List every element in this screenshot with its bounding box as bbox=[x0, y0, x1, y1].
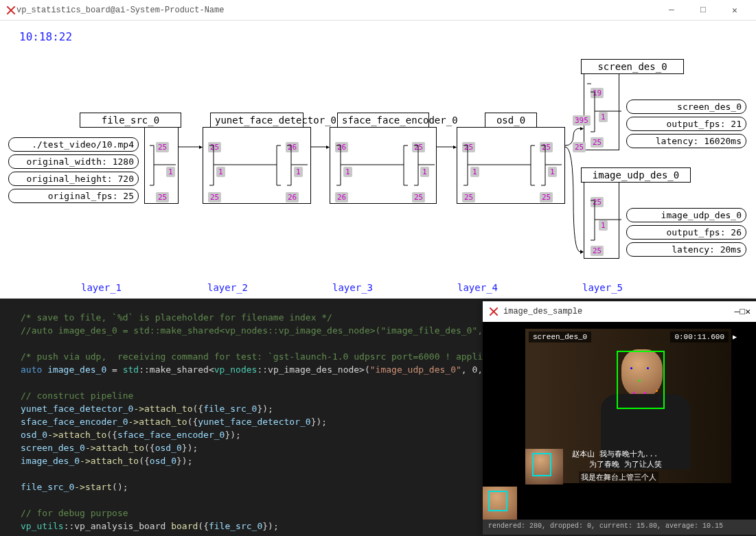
minimize-button[interactable]: — bbox=[656, 0, 687, 21]
fps-badge: 26 bbox=[335, 192, 348, 202]
layer-label: layer_3 bbox=[332, 282, 373, 293]
maximize-button[interactable]: □ bbox=[740, 307, 745, 317]
fps-badge: 25 bbox=[412, 142, 425, 152]
app-icon bbox=[5, 5, 16, 16]
preview-window: image_des_sample — □ ✕ screen_des_0 0:00… bbox=[483, 301, 756, 535]
osd-source-label: screen_des_0 bbox=[529, 331, 591, 342]
prop-row: latency: 16020ms bbox=[626, 134, 746, 148]
prop-row: latency: 20ms bbox=[626, 242, 746, 257]
fps-badge: 25 bbox=[208, 142, 221, 152]
image-udp-props: image_udp_des_0 output_fps: 26 latency: … bbox=[626, 208, 746, 259]
osd-time: 0:00:11.600 bbox=[670, 331, 729, 342]
play-icon: ▶ bbox=[733, 333, 737, 341]
node-title: screen_des_0 bbox=[581, 59, 684, 74]
pip-face bbox=[525, 449, 563, 485]
fps-badge: 19 bbox=[591, 88, 604, 98]
count-badge: 1 bbox=[294, 167, 303, 177]
fps-badge: 25 bbox=[462, 192, 475, 202]
prop-row: output_fps: 21 bbox=[626, 117, 746, 131]
count-badge: 1 bbox=[166, 167, 175, 177]
preview-statusbar: rendered: 280, dropped: 0, current: 15.8… bbox=[483, 520, 756, 535]
node-title: sface_face_encoder_0 bbox=[337, 113, 429, 128]
node-title: image_udp_des_0 bbox=[581, 167, 691, 183]
fps-badge: 25 bbox=[591, 246, 604, 256]
close-button[interactable]: ✕ bbox=[745, 306, 751, 317]
prop-row: output_fps: 26 bbox=[626, 225, 746, 240]
layer-label: layer_5 bbox=[582, 282, 623, 293]
fps-badge: 25 bbox=[591, 197, 604, 207]
fps-badge: 25 bbox=[573, 142, 586, 152]
prop-row: image_udp_des_0 bbox=[626, 208, 746, 222]
count-badge: 1 bbox=[420, 167, 429, 177]
node-title: yunet_face_detector_0 bbox=[210, 113, 303, 128]
fps-badge: 25 bbox=[462, 142, 475, 152]
app-icon bbox=[488, 306, 499, 317]
subtitle-row: 我是在舞台上管三个人 bbox=[579, 471, 658, 483]
board-timestamp: 10:18:22 bbox=[19, 30, 72, 43]
fps-badge: 26 bbox=[286, 192, 299, 202]
count-badge: 1 bbox=[470, 167, 479, 177]
subtitle-row: 为了春晚 为了让人笑 bbox=[589, 459, 662, 469]
prop-row: ./test_video/10.mp4 bbox=[8, 137, 139, 152]
fps-badge: 25 bbox=[540, 142, 553, 152]
count-badge: 1 bbox=[343, 167, 352, 177]
close-button[interactable]: ✕ bbox=[719, 0, 751, 21]
preview-title: image_des_sample bbox=[503, 307, 735, 316]
count-badge: 1 bbox=[216, 167, 225, 177]
window-title: vp_statistics_board@ai-System-Product-Na… bbox=[16, 5, 656, 15]
screen-des-props: screen_des_0 output_fps: 21 latency: 160… bbox=[626, 100, 746, 151]
thumbnail bbox=[483, 487, 517, 520]
layer-label: layer_1 bbox=[81, 282, 122, 293]
fps-badge: 25 bbox=[540, 192, 553, 202]
maximize-button[interactable]: □ bbox=[687, 0, 719, 21]
prop-row: original_width: 1280 bbox=[8, 154, 139, 169]
main-titlebar: vp_statistics_board@ai-System-Product-Na… bbox=[0, 0, 756, 21]
minimize-button[interactable]: — bbox=[735, 307, 740, 317]
fps-badge: 25 bbox=[156, 142, 169, 152]
prop-row: original_height: 720 bbox=[8, 172, 139, 186]
fps-badge: 25 bbox=[591, 137, 604, 148]
preview-titlebar: image_des_sample — □ ✕ bbox=[483, 301, 756, 322]
prop-row: screen_des_0 bbox=[626, 100, 746, 114]
face-detect-box bbox=[617, 351, 665, 409]
fps-badge: 25 bbox=[208, 192, 221, 202]
pipeline-board: 10:18:22 ./test_video/10.mp4 original_wi… bbox=[0, 21, 756, 299]
video-frame: screen_des_0 0:00:11.600 ▶ 赵本山 我与春晚十九...… bbox=[483, 322, 756, 520]
layer-label: layer_2 bbox=[207, 282, 248, 293]
layer-label: layer_4 bbox=[457, 282, 498, 293]
fps-badge: 25 bbox=[156, 192, 169, 202]
link-badge: 395 bbox=[573, 115, 591, 126]
node-title: osd_0 bbox=[485, 113, 537, 128]
count-badge: 1 bbox=[548, 167, 557, 177]
prop-row: original_fps: 25 bbox=[8, 189, 139, 203]
node-title: file_src_0 bbox=[80, 113, 181, 128]
file-src-props: ./test_video/10.mp4 original_width: 1280… bbox=[8, 137, 139, 206]
count-badge: 1 bbox=[599, 112, 608, 122]
fps-badge: 26 bbox=[286, 142, 299, 152]
count-badge: 1 bbox=[599, 220, 608, 231]
fps-badge: 25 bbox=[412, 192, 425, 202]
subtitle-row: 赵本山 我与春晚十九... bbox=[572, 449, 658, 459]
fps-badge: 26 bbox=[335, 142, 348, 152]
